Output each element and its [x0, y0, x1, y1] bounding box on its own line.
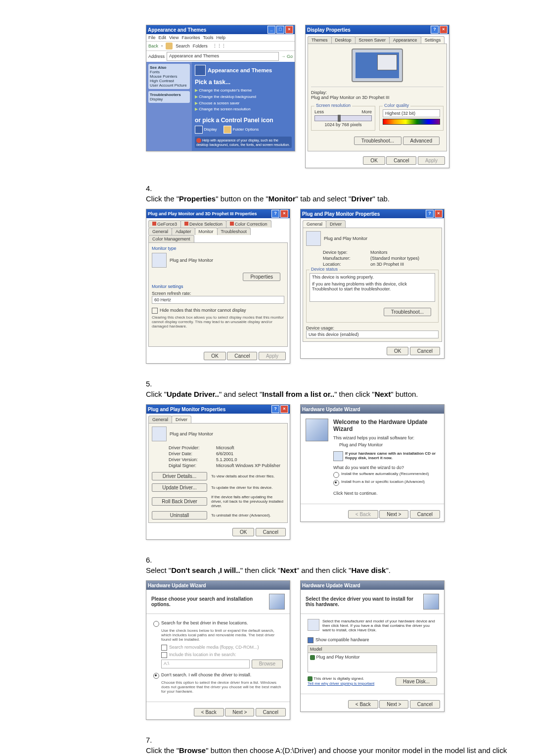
tab-color-mgmt[interactable]: Color Management — [148, 235, 194, 242]
cancel-button[interactable]: Cancel — [410, 347, 440, 355]
help-button[interactable]: ? — [426, 210, 434, 218]
update-driver-button[interactable]: Update Driver... — [152, 483, 207, 492]
tab-monitor[interactable]: Monitor — [195, 228, 218, 235]
tab-color-correction[interactable]: Color Correction — [226, 220, 271, 228]
ok-button[interactable]: OK — [204, 352, 225, 360]
manufacturer-label: Manufacturer: — [323, 256, 367, 261]
next-button[interactable]: Next > — [225, 708, 254, 716]
apply-button[interactable]: Apply — [418, 156, 445, 165]
next-button[interactable]: Next > — [379, 700, 408, 709]
ok-button[interactable]: OK — [232, 528, 254, 536]
monitor-properties-window: Plug and Play Monitor Properties ?× Gene… — [300, 209, 445, 359]
ok-button[interactable]: OK — [387, 347, 408, 355]
search-button[interactable]: Search — [176, 44, 190, 48]
tab-geforce[interactable]: GeForce3 — [148, 220, 181, 228]
chk-location[interactable] — [161, 652, 167, 658]
color-select[interactable]: Highest (32 bit) — [383, 109, 440, 117]
tab-desktop[interactable]: Desktop — [331, 36, 356, 44]
display-icon[interactable] — [195, 126, 203, 134]
back-button[interactable]: < Back — [348, 700, 378, 709]
troubleshoot-button[interactable]: Troubleshoot... — [384, 308, 431, 316]
tab-general[interactable]: General — [148, 228, 172, 235]
folder-options-icon[interactable] — [223, 126, 231, 134]
menu-help[interactable]: Help — [216, 35, 225, 40]
close-button[interactable]: × — [440, 26, 447, 34]
help-button[interactable]: ? — [271, 210, 279, 218]
minimize-button[interactable]: _ — [267, 26, 275, 34]
close-button[interactable]: × — [280, 405, 288, 413]
task-link[interactable]: Change the computer's theme — [199, 88, 252, 93]
hide-modes-checkbox[interactable] — [152, 308, 158, 314]
rollback-driver-button[interactable]: Roll Back Driver — [152, 497, 207, 506]
advanced-button[interactable]: Advanced — [403, 137, 440, 145]
back-button[interactable]: < Back — [194, 708, 224, 716]
tab-troubleshoot[interactable]: Troubleshoot — [217, 228, 251, 235]
radio-search[interactable] — [153, 621, 159, 627]
tab-themes[interactable]: Themes — [308, 36, 332, 44]
troubleshoot-button[interactable]: Troubleshoot... — [354, 137, 401, 145]
cancel-button[interactable]: Cancel — [410, 700, 440, 709]
up-icon[interactable] — [166, 43, 173, 49]
address-bar[interactable]: Appearance and Themes — [167, 52, 279, 61]
properties-button[interactable]: Properties — [243, 273, 280, 281]
chk-removable[interactable] — [161, 645, 167, 651]
next-button[interactable]: Next > — [379, 510, 408, 519]
cancel-button[interactable]: Cancel — [256, 708, 286, 716]
side-item[interactable]: User Account Picture — [150, 83, 188, 88]
tab-screensaver[interactable]: Screen Saver — [355, 36, 390, 44]
tab-driver[interactable]: Driver — [172, 416, 191, 423]
tab-settings[interactable]: Settings — [421, 36, 445, 44]
close-button[interactable]: × — [435, 210, 443, 218]
tab-driver[interactable]: Driver — [326, 220, 346, 228]
tab-adapter[interactable]: Adapter — [172, 228, 195, 235]
browse-button[interactable]: Browse — [252, 660, 283, 668]
help-button[interactable]: ? — [431, 26, 439, 34]
help-button[interactable]: ? — [271, 405, 279, 413]
resolution-slider[interactable] — [314, 115, 372, 121]
apply-button[interactable]: Apply — [259, 352, 286, 360]
side-item[interactable]: Fonts — [150, 70, 188, 74]
tab-device-selection[interactable]: Device Selection — [180, 220, 226, 228]
have-disk-button[interactable]: Have Disk... — [396, 677, 437, 686]
go-button[interactable]: → Go — [281, 54, 293, 59]
task-link[interactable]: Change the screen resolution — [199, 107, 251, 111]
menu-edit[interactable]: Edit — [159, 35, 167, 40]
tab-appearance[interactable]: Appearance — [389, 36, 421, 44]
model-list[interactable]: Plug and Play Monitor — [308, 653, 437, 672]
model-item[interactable]: Plug and Play Monitor — [316, 655, 360, 660]
side-item[interactable]: Mouse Pointers — [150, 74, 188, 79]
cancel-button[interactable]: Cancel — [410, 510, 440, 519]
radio-auto[interactable] — [333, 472, 339, 478]
task-link[interactable]: Choose a screen saver — [199, 101, 239, 105]
radio-dont-search[interactable] — [153, 673, 159, 679]
driver-details-button[interactable]: Driver Details... — [152, 472, 207, 480]
folders-button[interactable]: Folders — [193, 44, 208, 48]
compat-checkbox[interactable] — [308, 637, 313, 643]
task-link[interactable]: Change the desktop background — [199, 94, 256, 99]
menu-favorites[interactable]: Favorites — [181, 35, 200, 40]
cp-icon-label[interactable]: Display — [204, 127, 217, 132]
device-usage-select[interactable]: Use this device (enabled) — [306, 331, 439, 338]
close-button[interactable]: × — [285, 26, 293, 34]
location-input[interactable]: A:\ — [161, 660, 250, 668]
refresh-select[interactable]: 60 Hertz — [152, 296, 284, 304]
close-button[interactable]: × — [280, 210, 288, 218]
cp-icon-label[interactable]: Folder Options — [233, 127, 259, 132]
maximize-button[interactable]: □ — [276, 26, 284, 34]
cancel-button[interactable]: Cancel — [256, 528, 286, 536]
back-button[interactable]: Back — [148, 44, 158, 48]
tab-general[interactable]: General — [303, 220, 326, 228]
side-item[interactable]: High Contrast — [150, 79, 188, 83]
menu-file[interactable]: File — [148, 35, 156, 40]
tab-general[interactable]: General — [148, 416, 172, 423]
back-button[interactable]: < Back — [348, 510, 378, 519]
uninstall-button[interactable]: Uninstall — [152, 511, 207, 520]
cancel-button[interactable]: Cancel — [386, 156, 416, 165]
radio-list[interactable] — [333, 480, 339, 486]
menu-view[interactable]: View — [169, 35, 178, 40]
menu-tools[interactable]: Tools — [203, 35, 213, 40]
side-item[interactable]: Display — [150, 97, 188, 101]
ok-button[interactable]: OK — [363, 156, 385, 165]
signing-link[interactable]: Tell me why driver signing is important — [308, 681, 374, 686]
cancel-button[interactable]: Cancel — [227, 352, 257, 360]
